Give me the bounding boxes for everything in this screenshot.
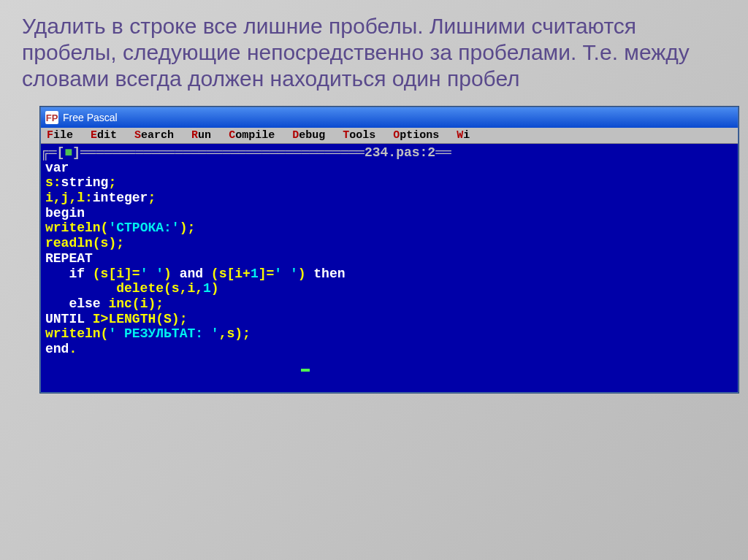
- app-icon: FP: [45, 111, 58, 124]
- code-l7: REPEAT: [45, 251, 93, 266]
- menu-wi[interactable]: Wi: [457, 129, 470, 142]
- code-l1: var: [45, 161, 69, 175]
- code-l4: begin: [45, 206, 85, 220]
- code-l8: if: [45, 266, 85, 281]
- menu-search[interactable]: Search: [134, 129, 174, 142]
- code-l10: else: [45, 296, 101, 311]
- code-l5: writeln(: [45, 220, 108, 235]
- menubar: File Edit Search Run Compile Debug Tools…: [41, 128, 738, 144]
- code-l13: end: [45, 342, 69, 356]
- slide-heading: Удалить в строке все лишние пробелы. Лиш…: [0, 0, 748, 99]
- code-l9: delete(s,i,: [45, 281, 203, 296]
- menu-file[interactable]: File: [47, 129, 73, 142]
- code-l2a: s:: [45, 175, 61, 190]
- code-l3: i,j,l:: [45, 191, 93, 205]
- editor-tab-label: 234.pas:2: [365, 145, 435, 161]
- code-l12: writeln(: [45, 326, 108, 341]
- menu-debug[interactable]: Debug: [292, 129, 325, 142]
- menu-run[interactable]: Run: [191, 129, 211, 142]
- menu-options[interactable]: Options: [393, 129, 439, 142]
- menu-compile[interactable]: Compile: [229, 129, 275, 142]
- editor-frame-top: ╔═[■]═══════════════════════════════════…: [41, 145, 738, 161]
- window-title: Free Pascal: [63, 112, 118, 123]
- menu-tools[interactable]: Tools: [343, 129, 375, 142]
- menu-edit[interactable]: Edit: [91, 129, 117, 142]
- code-l11: UNTIL: [45, 312, 85, 326]
- cursor-icon: [301, 369, 310, 372]
- editor-area[interactable]: ╔═[■]═══════════════════════════════════…: [41, 144, 738, 392]
- titlebar[interactable]: FP Free Pascal: [41, 107, 738, 128]
- code-l6: readln(s);: [45, 236, 124, 250]
- ide-window: FP Free Pascal File Edit Search Run Comp…: [40, 107, 739, 393]
